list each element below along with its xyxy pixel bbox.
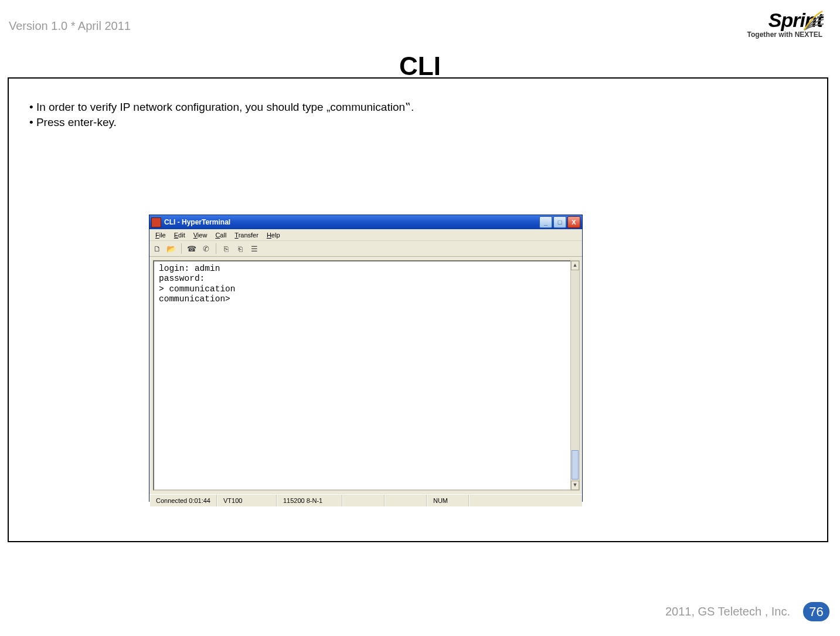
maximize-button[interactable]: □ [553, 216, 566, 228]
connect-icon[interactable]: ☎ [186, 243, 197, 254]
footer-copyright: 2011, GS Teletech , Inc. [665, 605, 790, 618]
menu-help[interactable]: Help [263, 232, 284, 239]
app-icon [151, 217, 161, 227]
page-title: CLI [0, 52, 840, 81]
new-icon[interactable]: 🗋 [152, 243, 162, 254]
properties-icon[interactable]: ☰ [249, 243, 260, 254]
status-emulation: VT100 [217, 495, 277, 506]
minimize-button[interactable]: _ [539, 216, 552, 228]
vertical-scrollbar[interactable]: ▲ ▼ [570, 260, 580, 491]
send-icon[interactable]: ⎘ [221, 243, 232, 254]
tool-bar: 🗋 📂 ☎ ✆ ⎘ ⎗ ☰ [149, 241, 582, 257]
status-bar: Connected 0:01:44 VT100 115200 8-N-1 NUM [149, 494, 582, 506]
bullet-list: • In order to verify IP network configur… [29, 100, 414, 130]
menu-view[interactable]: View [189, 232, 212, 239]
status-caps [385, 495, 427, 506]
status-capture [469, 495, 582, 506]
menu-edit[interactable]: Edit [170, 232, 189, 239]
receive-icon[interactable]: ⎗ [235, 243, 246, 254]
close-button[interactable]: X [567, 216, 580, 228]
status-scroll [342, 495, 385, 506]
titlebar[interactable]: CLI - HyperTerminal _ □ X [149, 215, 582, 229]
status-num: NUM [427, 495, 469, 506]
terminal-pane[interactable]: login: admin password: > communication c… [153, 260, 572, 491]
terminal-output: login: admin password: > communication c… [159, 264, 566, 305]
disconnect-icon[interactable]: ✆ [200, 243, 211, 254]
bullet-2: • Press enter-key. [29, 115, 414, 130]
brand-tagline: Together with NEXTEL [747, 30, 822, 39]
status-connected: Connected 0:01:44 [149, 495, 217, 506]
fan-icon [801, 8, 825, 31]
hyperterminal-window: CLI - HyperTerminal _ □ X File Edit View… [149, 215, 583, 502]
titlebar-text: CLI - HyperTerminal [164, 218, 230, 226]
page-number: 76 [803, 602, 829, 621]
bullet-1: • In order to verify IP network configur… [29, 100, 414, 115]
client-area: login: admin password: > communication c… [149, 257, 582, 494]
sprint-logo: Sprint Together with NEXTEL [747, 9, 822, 39]
scroll-thumb[interactable] [572, 450, 579, 479]
status-settings: 115200 8-N-1 [277, 495, 342, 506]
menu-transfer[interactable]: Transfer [230, 232, 263, 239]
version-text: Version 1.0 * April 2011 [9, 19, 131, 33]
menu-call[interactable]: Call [211, 232, 230, 239]
open-icon[interactable]: 📂 [166, 243, 176, 254]
scroll-up-icon[interactable]: ▲ [571, 261, 579, 270]
menu-file[interactable]: File [151, 232, 170, 239]
scroll-down-icon[interactable]: ▼ [571, 481, 579, 490]
menu-bar: File Edit View Call Transfer Help [149, 229, 582, 241]
